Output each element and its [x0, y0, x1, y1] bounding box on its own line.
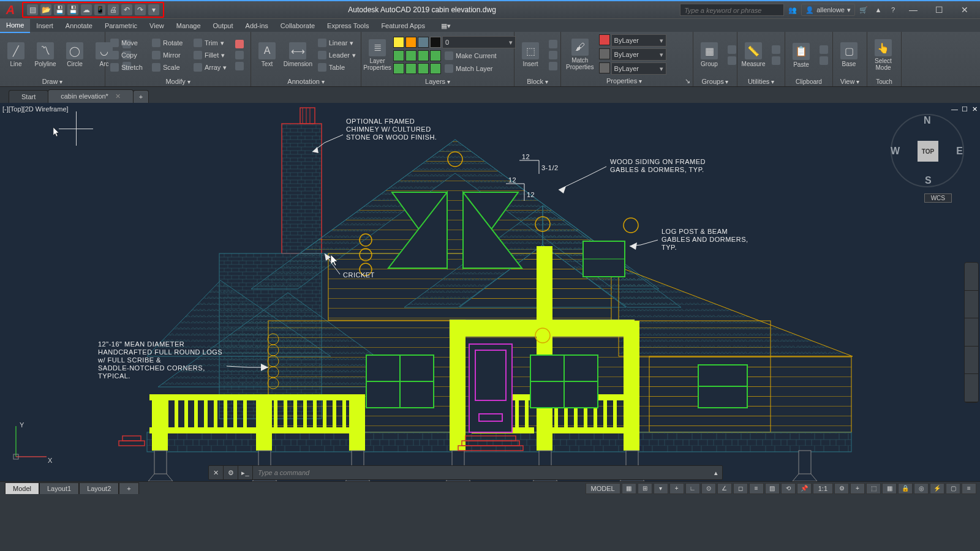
match-layer-button[interactable]: Match Layer [442, 63, 516, 74]
lineweight-button[interactable]: ≡ [749, 483, 764, 494]
tab-view[interactable]: View [143, 19, 170, 32]
ungroup-button[interactable] [725, 45, 739, 54]
paste-button[interactable]: 📋Paste [788, 42, 815, 69]
panel-label[interactable]: Layers ▾ [364, 77, 511, 86]
layer-uniso-icon[interactable] [405, 50, 417, 61]
layer-dropdown[interactable]: 0 [442, 36, 516, 48]
insert-button[interactable]: ⬚Insert [517, 41, 544, 69]
text-button[interactable]: AText [254, 41, 281, 69]
polyline-button[interactable]: 〽Polyline [32, 41, 59, 69]
viewport-restore[interactable]: ☐ [962, 105, 968, 113]
open-icon[interactable]: 📂 [40, 4, 51, 15]
layer-lock-icon[interactable] [418, 37, 429, 48]
layer-on-icon[interactable] [430, 50, 441, 61]
tab-insert[interactable]: Insert [30, 19, 59, 32]
grid-button[interactable]: ▦ [622, 483, 636, 494]
osnap-button[interactable]: ◻ [733, 483, 748, 494]
circle-button[interactable]: ◯Circle [61, 41, 88, 69]
stretch-button[interactable]: Stretch [108, 62, 147, 73]
status-scale[interactable]: 1:1 [813, 483, 833, 494]
ortho-button[interactable]: ∟ [685, 483, 700, 494]
layer-off-icon[interactable] [418, 50, 429, 61]
select-mode-button[interactable]: 👆Select Mode [870, 38, 897, 72]
exchange-icon[interactable]: 🛒 [858, 4, 870, 16]
close-button[interactable]: ✕ [953, 2, 976, 18]
user-menu[interactable]: 👤 allenlowe ▾ [801, 4, 855, 16]
erase-button[interactable] [233, 39, 246, 49]
measure-button[interactable]: 📏Measure [740, 41, 767, 69]
hardware-accel-button[interactable]: ⚡ [930, 483, 944, 494]
view-cube[interactable]: TOP N E S W [891, 114, 964, 187]
nav-showmotion-button[interactable] [965, 374, 978, 402]
tab-manage[interactable]: Manage [170, 19, 207, 32]
layer-iso-icon[interactable] [393, 50, 404, 61]
layer-freeze-icon[interactable] [405, 37, 417, 48]
tab-model[interactable]: Model [5, 482, 39, 494]
add-tab-button[interactable]: + [133, 90, 149, 103]
panel-label[interactable]: Modify ▾ [108, 77, 248, 86]
lock-ui-button[interactable]: 🔒 [898, 483, 913, 494]
create-block-button[interactable] [546, 39, 560, 49]
command-input[interactable]: Type a command [253, 469, 710, 476]
nav-wheel-button[interactable] [965, 263, 978, 291]
quickcalc-button[interactable] [769, 56, 783, 66]
help-icon[interactable]: ? [887, 4, 899, 16]
color-swatch[interactable] [599, 34, 610, 45]
qat-dropdown-icon[interactable]: ▾ [148, 4, 159, 15]
scale-button[interactable]: Scale [149, 62, 189, 73]
saveas-icon[interactable]: 💾 [67, 4, 78, 15]
wcs-label[interactable]: WCS [924, 193, 952, 203]
tab-collaborate[interactable]: Collaborate [274, 19, 321, 32]
dimension-button[interactable]: ⟷Dimension [283, 41, 313, 69]
count-button[interactable] [769, 45, 783, 54]
compass-w[interactable]: W [891, 146, 900, 157]
mobile-icon[interactable]: 📱 [94, 4, 105, 15]
cut-button[interactable] [817, 45, 831, 54]
line-button[interactable]: ╱Line [2, 41, 29, 69]
panel-label[interactable]: Annotation ▾ [254, 77, 358, 86]
layer-btn-b[interactable] [405, 63, 417, 74]
app-store-icon[interactable]: ▲ [872, 4, 884, 16]
linear-button[interactable]: Linear ▾ [315, 37, 358, 48]
cmd-expand-icon[interactable]: ▴ [710, 469, 722, 477]
tab-annotate[interactable]: Annotate [59, 19, 99, 32]
transparency-button[interactable]: ▨ [765, 483, 780, 494]
cycling-button[interactable]: ⟲ [781, 483, 796, 494]
annotation-monitor-button[interactable]: + [850, 483, 865, 494]
command-line[interactable]: ✕ ⚙ ▸_ Type a command ▴ [208, 465, 723, 480]
infer-button[interactable]: ▾ [654, 483, 668, 494]
leader-button[interactable]: Leader ▾ [315, 50, 358, 61]
compass-n[interactable]: N [924, 115, 931, 126]
layer-color-icon[interactable] [430, 37, 441, 48]
polar-button[interactable]: ⊙ [701, 483, 716, 494]
new-icon[interactable]: ▤ [27, 4, 38, 15]
save-icon[interactable]: 💾 [54, 4, 65, 15]
app-logo-icon[interactable]: A [2, 2, 18, 18]
dynamic-input-button[interactable]: + [669, 483, 684, 494]
edit-block-button[interactable] [546, 50, 560, 60]
layer-btn-a[interactable] [393, 63, 404, 74]
nav-zoom-button[interactable] [965, 318, 978, 347]
explode-button[interactable] [233, 50, 246, 60]
redo-icon[interactable]: ↷ [135, 4, 146, 15]
cube-top[interactable]: TOP [918, 141, 938, 162]
quickprops-button[interactable]: ▦ [882, 483, 897, 494]
tab-express[interactable]: Express Tools [321, 19, 375, 32]
cmd-tools-icon[interactable]: ⚙ [224, 466, 238, 479]
make-current-button[interactable]: Make Current [442, 50, 516, 61]
drawing-canvas[interactable]: [-][Top][2D Wireframe] — ☐ ✕ TOP N E S W… [0, 103, 980, 481]
group-edit-button[interactable] [725, 56, 739, 66]
linetype-dropdown[interactable]: ByLayer [611, 62, 666, 75]
panel-label[interactable]: Groups ▾ [696, 77, 734, 86]
panel-label[interactable]: Utilities ▾ [740, 77, 782, 86]
panel-label[interactable]: View ▾ [835, 77, 864, 86]
move-button[interactable]: Move [108, 37, 147, 48]
match-properties-button[interactable]: 🖌Match Properties [564, 37, 597, 72]
clean-screen-button[interactable]: ▢ [946, 483, 960, 494]
search-input[interactable]: Type a keyword or phrase [680, 4, 784, 16]
layer-btn-d[interactable] [430, 63, 441, 74]
copy-button[interactable]: Copy [108, 50, 147, 61]
edit-attr-button[interactable] [546, 61, 560, 71]
copy-clip-button[interactable] [817, 56, 831, 66]
tab-addins[interactable]: Add-ins [239, 19, 274, 32]
